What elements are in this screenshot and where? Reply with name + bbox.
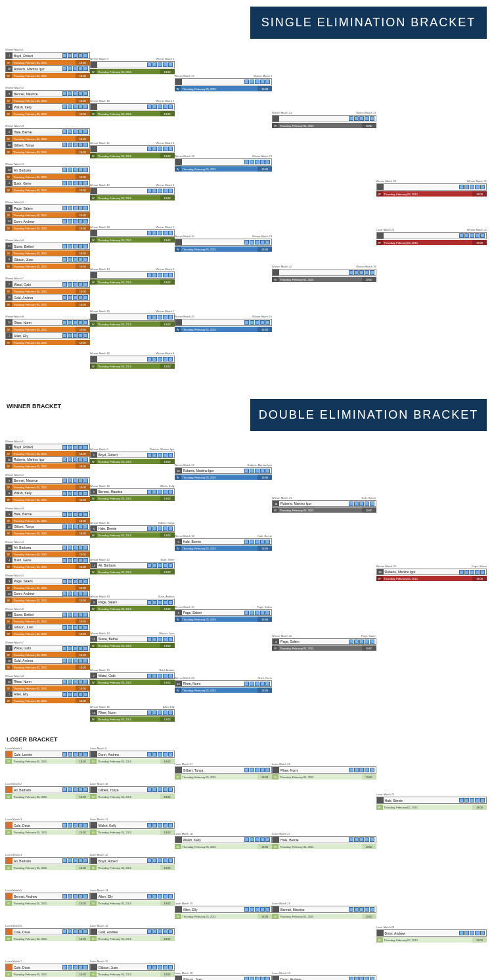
match-card[interactable]: Loser Match 15Gibson, JuanWThursday, Feb… [90, 960, 175, 977]
match-card[interactable]: Winner Match 35Hale, BernieWThursday, Fe… [5, 124, 90, 154]
match-card[interactable]: Winner Match 15Winner Match 7WThursday, … [90, 310, 175, 327]
match-card[interactable]: Loser Match 1Cole, LonnieWThursday, Febr… [5, 747, 90, 764]
match-label: Winner Match 6 [5, 239, 87, 242]
match-card[interactable]: Loser Match 5Bennet, AndrewWThursday, Fe… [5, 889, 90, 906]
match-info-bar: WThursday, February 05, 201513:00 [5, 497, 90, 502]
match-card[interactable]: Winner Match 11Gilbert, Tonya5Hale, Bern… [90, 521, 175, 538]
match-card[interactable]: Winner Match 17Winner Match 9WThursday, … [175, 74, 273, 91]
match-index: W [5, 936, 12, 941]
match-header: Winner Match 7 [5, 277, 90, 280]
match-date: Thursday, February 05, 2015 [279, 645, 361, 651]
match-card[interactable]: Loser Match 7Cole, DaveWThursday, Februa… [5, 960, 90, 977]
match-label: Winner Match 21 [272, 111, 353, 114]
match-card[interactable]: Winner Match 17Roberts, Martino Igor16Ro… [175, 463, 273, 480]
match-card[interactable]: Loser Match 3Cole, DaveWThursday, Februa… [5, 818, 90, 835]
match-index: W [5, 111, 12, 116]
match-card[interactable]: Winner Match 19Page, Salem3Page, SalemWT… [175, 605, 273, 622]
match-info-bar: WThursday, February 05, 201513:00 [5, 686, 90, 691]
match-card[interactable]: Winner Match 12Bush, Gene13Ali, BarbaraW… [90, 558, 175, 574]
match-date: Thursday, February 05, 2015 [97, 643, 160, 648]
player-row: Cole, Dave [5, 964, 90, 971]
match-card[interactable]: Winner Match 13Dunn, Andrew3Page, SalemW… [90, 595, 175, 611]
player-name: Bennet, Maurice [12, 91, 61, 97]
bracket-column: Winner Match 9Roberts, Martino Igor1Boyd… [90, 439, 175, 724]
match-card[interactable]: Loser Match 6Cole, DaveWThursday, Februa… [5, 924, 90, 941]
match-index: W [90, 111, 97, 116]
match-card[interactable]: Winner Match 23Page, Salem16Roberts, Mar… [376, 565, 487, 581]
match-card[interactable]: Loser Match 23Bennet, MauriceWThursday, … [272, 902, 376, 919]
match-card[interactable]: Winner Match 16Winner Match 8WThursday, … [90, 352, 175, 369]
match-card[interactable]: Loser Match 24Winner Match 22WThursday, … [376, 228, 487, 245]
match-card[interactable]: Winner Match 22Page, Salem3Page, SalemWT… [272, 634, 376, 651]
match-card[interactable]: Winner Match 9Roberts, Martino Igor1Boyd… [90, 448, 175, 464]
match-time: 13:00 [76, 451, 90, 456]
match-card[interactable]: Winner Match 20Winner Match 15WThursday,… [175, 315, 273, 332]
match-card[interactable]: Loser Match 12Boyd, RobertWThursday, Feb… [90, 853, 175, 870]
match-card[interactable]: Winner Match 23Winner Match 21WThursday,… [376, 179, 487, 197]
match-card[interactable]: Winner Match 53Page, SalemWThursday, Feb… [5, 574, 90, 603]
score-dots [61, 218, 89, 224]
match-card[interactable]: Winner Match 815Rhee, NormWThursday, Feb… [5, 674, 90, 703]
match-card[interactable]: Winner Match 13Winner Match 5WThursday, … [90, 225, 175, 243]
match-card[interactable]: Winner Match 19Winner Match 13WThursday,… [175, 235, 273, 252]
match-card[interactable]: Winner Match 21Hale, Bernie16Roberts, Ma… [272, 496, 376, 513]
match-card[interactable]: Winner Match 20Rhee, Norm15Rhee, NormWTh… [175, 676, 273, 693]
match-card[interactable]: Winner Match 11Boyd, RobertWThursday, Fe… [5, 440, 90, 469]
match-card[interactable]: Loser Match 25Hale, BernieWThursday, Feb… [376, 793, 487, 810]
match-card[interactable]: Winner Match 18Winner Match 11WThursday,… [175, 154, 273, 172]
match-card[interactable]: Loser Match 11Walsh, KellyWThursday, Feb… [90, 818, 175, 835]
match-card[interactable]: Winner Match 815Rhee, NormWThursday, Feb… [5, 315, 90, 345]
match-time: 13:00 [257, 688, 272, 693]
match-card[interactable]: Winner Match 11Boyd, RobertWThursday, Fe… [5, 48, 90, 78]
player-name [182, 79, 244, 85]
match-card[interactable]: Loser Match 10Gilbert, TonyaWThursday, F… [90, 782, 175, 799]
match-card[interactable]: Winner Match 11Winner Match 3WThursday, … [90, 141, 175, 158]
player-name: Bennet, Maurice [12, 478, 61, 483]
match-card[interactable]: Winner Match 15Gold, Andrea7Watel, GabiW… [90, 668, 175, 685]
match-card[interactable]: Loser Match 26Dunn, AndrewWThursday, Feb… [376, 925, 487, 943]
match-card[interactable]: Winner Match 35Hale, BernieWThursday, Fe… [5, 507, 90, 536]
match-card[interactable]: Loser Match 20Gibson, JuanWThursday, Feb… [175, 971, 273, 980]
match-card[interactable]: Loser Match 21Rhee, NormWThursday, Febru… [272, 762, 376, 780]
score-dots [61, 679, 89, 684]
match-card[interactable]: Winner Match 9Winner Match 1WThursday, F… [90, 57, 175, 74]
match-card[interactable]: Winner Match 413Ali, BarbaraWThursday, F… [5, 162, 90, 193]
match-card[interactable]: Winner Match 77Watel, GabiWThursday, Feb… [5, 641, 90, 670]
match-card[interactable]: Winner Match 22Winner Match 19WThursday,… [272, 265, 376, 282]
match-card[interactable]: Winner Match 18Hale, Bernie5Hale, Bernie… [175, 534, 273, 551]
match-index: W [90, 936, 97, 941]
match-time: 13:00 [76, 618, 90, 624]
match-info-bar: WThursday, February 05, 201513:00 [90, 643, 175, 648]
match-card[interactable]: Loser Match 22Hale, BernieWThursday, Feb… [272, 832, 376, 849]
match-card[interactable]: Winner Match 53Page, SalemWThursday, Feb… [5, 200, 90, 231]
match-card[interactable]: Loser Match 24Dunn, AndrewWThursday, Feb… [272, 971, 376, 980]
match-card[interactable]: Winner Match 413Ali, BarbaraWThursday, F… [5, 540, 90, 569]
match-card[interactable]: Winner Match 12Winner Match 4WThursday, … [90, 183, 175, 200]
match-card[interactable]: Loser Match 19Allen, EllyWThursday, Febr… [175, 902, 273, 919]
match-card[interactable]: Winner Match 29Bennet, MauriceWThursday,… [5, 86, 90, 116]
player-name [97, 62, 146, 68]
match-card[interactable]: Winner Match 14Winner Match 6WThursday, … [90, 268, 175, 285]
match-card[interactable]: Winner Match 77Watel, GabiWThursday, Feb… [5, 277, 90, 307]
match-card[interactable]: Winner Match 29Bennet, MauriceWThursday,… [5, 473, 90, 502]
player-name [182, 239, 244, 245]
player-name: Page, Salem [12, 205, 61, 211]
match-card[interactable]: Winner Match 16Allen, Elly15Rhee, NormWT… [90, 705, 175, 722]
match-card[interactable]: Winner Match 14Gibson, Juan11Stone, Beth… [90, 632, 175, 648]
match-card[interactable]: Loser Match 9Dunn, AndrewWThursday, Febr… [90, 747, 175, 764]
match-time: 13:00 [76, 250, 90, 256]
match-card[interactable]: Loser Match 18Walsh, KellyWThursday, Feb… [175, 832, 273, 849]
match-card[interactable]: Winner Match 21Winner Match 17WThursday,… [272, 111, 376, 128]
player-name [182, 159, 244, 165]
match-card[interactable]: Loser Match 4Ali, BarbaraWThursday, Febr… [5, 853, 90, 870]
match-header: Loser Match 18 [175, 832, 273, 835]
match-card[interactable]: Winner Match 10Walsh, Kelly9Bennet, Maur… [90, 484, 175, 501]
match-card[interactable]: Winner Match 611Stone, BethelWThursday, … [5, 607, 90, 636]
match-card[interactable]: Loser Match 17Gilbert, TonyaWThursday, F… [175, 762, 273, 780]
match-card[interactable]: Loser Match 13Allen, EllyWThursday, Febr… [90, 889, 175, 906]
match-card[interactable]: Loser Match 14Gold, AndreaWThursday, Feb… [90, 924, 175, 941]
match-time: 13:00 [76, 597, 90, 603]
match-card[interactable]: Winner Match 611Stone, BethelWThursday, … [5, 239, 90, 269]
match-card[interactable]: Winner Match 10Winner Match 2WThursday, … [90, 99, 175, 116]
match-card[interactable]: Loser Match 2Ali, BarbaraWThursday, Febr… [5, 782, 90, 799]
